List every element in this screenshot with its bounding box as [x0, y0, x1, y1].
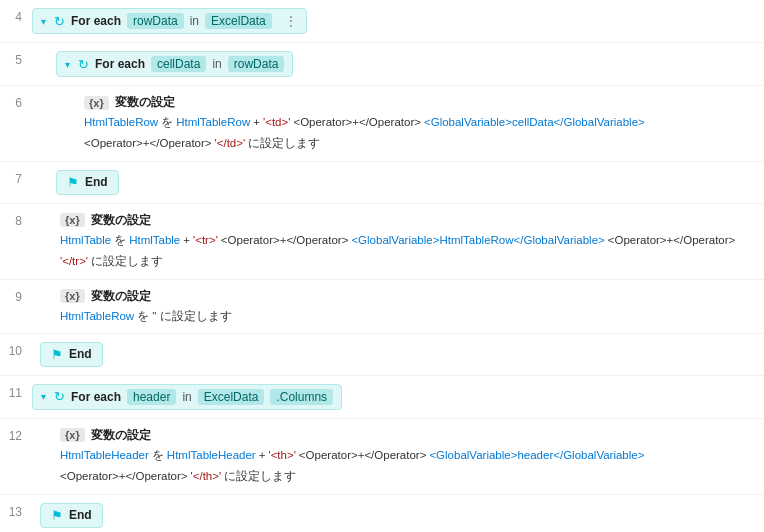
line-content-9: {x} 変数の設定 HtmlTableRow を '' に設定します [32, 284, 764, 329]
line-4: 4 ▾ ↻ For each rowData in ExcelData ⋮ [0, 0, 764, 43]
varset-header-8: {x} 変数の設定 [60, 212, 151, 229]
foreach-source-4: ExcelData [205, 13, 272, 29]
str-th-open-12: '<th>' [268, 446, 295, 464]
tag-op-6: <Operator>+</Operator> [293, 113, 421, 131]
collapse-icon-5[interactable]: ▾ [65, 59, 70, 70]
line-number-8: 8 [0, 208, 32, 228]
line-6: 6 {x} 変数の設定 HtmlTableRow を HtmlTableRow … [0, 86, 764, 162]
line-number-10: 10 [0, 338, 32, 358]
op-ni-12: に設定します [224, 467, 296, 485]
tag-op2-12: <Operator>+</Operator> [60, 467, 188, 485]
tag-op2-6: <Operator>+</Operator> [84, 134, 212, 152]
line-number-6: 6 [0, 90, 32, 110]
foreach-source-5: rowData [228, 56, 285, 72]
line-number-7: 7 [0, 166, 32, 186]
foreach-block-11: ▾ ↻ For each header in ExcelData .Column… [32, 384, 342, 410]
foreach-block-4: ▾ ↻ For each rowData in ExcelData ⋮ [32, 8, 307, 34]
varset-body-12: HtmlTableHeader を HtmlTableHeader + '<th… [60, 446, 756, 486]
line-13: 13 ⚑ End [0, 495, 764, 532]
line-content-11: ▾ ↻ For each header in ExcelData .Column… [32, 380, 764, 414]
collapse-icon-4[interactable]: ▾ [41, 16, 46, 27]
loop-icon-11: ↻ [54, 389, 65, 404]
line-number-9: 9 [0, 284, 32, 304]
line-12: 12 {x} 変数の設定 HtmlTableHeader を HtmlTable… [0, 419, 764, 495]
varset-body-9: HtmlTableRow を '' に設定します [60, 307, 232, 325]
foreach-columns-11: .Columns [270, 389, 333, 405]
var-htmltableheader-src-12: HtmlTableHeader [167, 446, 256, 464]
collapse-icon-11[interactable]: ▾ [41, 391, 46, 402]
op-ni-6: に設定します [248, 134, 320, 152]
line-number-4: 4 [0, 4, 32, 24]
str-td-open-6: '<td>' [263, 113, 290, 131]
op-wo-12: を [152, 446, 164, 464]
line-content-13: ⚑ End [32, 499, 764, 532]
menu-dots-4[interactable]: ⋮ [284, 13, 298, 29]
op-plus-6: + [253, 113, 260, 131]
varset-icon-8: {x} [60, 213, 85, 227]
end-block-10: ⚑ End [40, 342, 103, 367]
varset-title-9: 変数の設定 [91, 288, 151, 305]
op-ni-8: に設定します [91, 252, 163, 270]
end-block-7: ⚑ End [56, 170, 119, 195]
line-10: 10 ⚑ End [0, 334, 764, 376]
line-content-4: ▾ ↻ For each rowData in ExcelData ⋮ [32, 4, 764, 38]
str-th-close-12: '</th>' [191, 467, 222, 485]
loop-icon-5: ↻ [78, 57, 89, 72]
varset-title-12: 変数の設定 [91, 427, 151, 444]
gv-celldata-6: <GlobalVariable>cellData</GlobalVariable… [424, 113, 645, 131]
op-wo-9: を [137, 307, 149, 325]
var-htmltablerow-src-6: HtmlTableRow [176, 113, 250, 131]
line-content-12: {x} 変数の設定 HtmlTableHeader を HtmlTableHea… [32, 423, 764, 490]
tag-op-12: <Operator>+</Operator> [299, 446, 427, 464]
end-flag-10: ⚑ [51, 347, 63, 362]
line-content-8: {x} 変数の設定 HtmlTable を HtmlTable + '<tr>'… [32, 208, 764, 275]
var-htmltablerow-6: HtmlTableRow [84, 113, 158, 131]
op-plus-12: + [259, 446, 266, 464]
foreach-label-4: For each [71, 14, 121, 28]
gv-header-12: <GlobalVariable>header</GlobalVariable> [429, 446, 644, 464]
var-htmltableheader-12: HtmlTableHeader [60, 446, 149, 464]
varset-body-8: HtmlTable を HtmlTable + '<tr>' <Operator… [60, 231, 756, 271]
varset-icon-6: {x} [84, 96, 109, 110]
line-number-13: 13 [0, 499, 32, 519]
tag-op2-8: <Operator>+</Operator> [608, 231, 736, 249]
var-htmltable-8: HtmlTable [60, 231, 111, 249]
foreach-label-5: For each [95, 57, 145, 71]
line-5: 5 ▾ ↻ For each cellData in rowData [0, 43, 764, 86]
foreach-label-11: For each [71, 390, 121, 404]
varset-header-6: {x} 変数の設定 [84, 94, 175, 111]
varset-title-6: 変数の設定 [115, 94, 175, 111]
end-flag-13: ⚑ [51, 508, 63, 523]
line-9: 9 {x} 変数の設定 HtmlTableRow を '' に設定します [0, 280, 764, 334]
varset-icon-12: {x} [60, 428, 85, 442]
end-label-7: End [85, 175, 108, 189]
line-content-5: ▾ ↻ For each cellData in rowData [32, 47, 764, 81]
op-wo-6: を [161, 113, 173, 131]
foreach-in-11: in [182, 390, 191, 404]
foreach-in-5: in [212, 57, 221, 71]
end-label-10: End [69, 347, 92, 361]
line-8: 8 {x} 変数の設定 HtmlTable を HtmlTable + '<tr… [0, 204, 764, 280]
foreach-var-5: cellData [151, 56, 206, 72]
end-block-13: ⚑ End [40, 503, 103, 528]
str-empty-9: '' [152, 307, 156, 325]
varset-icon-9: {x} [60, 289, 85, 303]
foreach-block-5: ▾ ↻ For each cellData in rowData [56, 51, 293, 77]
line-content-6: {x} 変数の設定 HtmlTableRow を HtmlTableRow + … [32, 90, 764, 157]
str-tr-open-8: '<tr>' [193, 231, 218, 249]
varset-body-6: HtmlTableRow を HtmlTableRow + '<td>' <Op… [84, 113, 756, 153]
line-content-10: ⚑ End [32, 338, 764, 371]
foreach-var-11: header [127, 389, 176, 405]
line-content-7: ⚑ End [32, 166, 764, 199]
loop-icon-4: ↻ [54, 14, 65, 29]
var-htmltablerow-9: HtmlTableRow [60, 307, 134, 325]
var-htmltable-src-8: HtmlTable [129, 231, 180, 249]
tag-op-8: <Operator>+</Operator> [221, 231, 349, 249]
foreach-var-4: rowData [127, 13, 184, 29]
line-number-12: 12 [0, 423, 32, 443]
foreach-in-4: in [190, 14, 199, 28]
line-number-11: 11 [0, 380, 32, 400]
line-7: 7 ⚑ End [0, 162, 764, 204]
varset-header-9: {x} 変数の設定 [60, 288, 151, 305]
code-editor: 4 ▾ ↻ For each rowData in ExcelData ⋮ 5 … [0, 0, 764, 532]
